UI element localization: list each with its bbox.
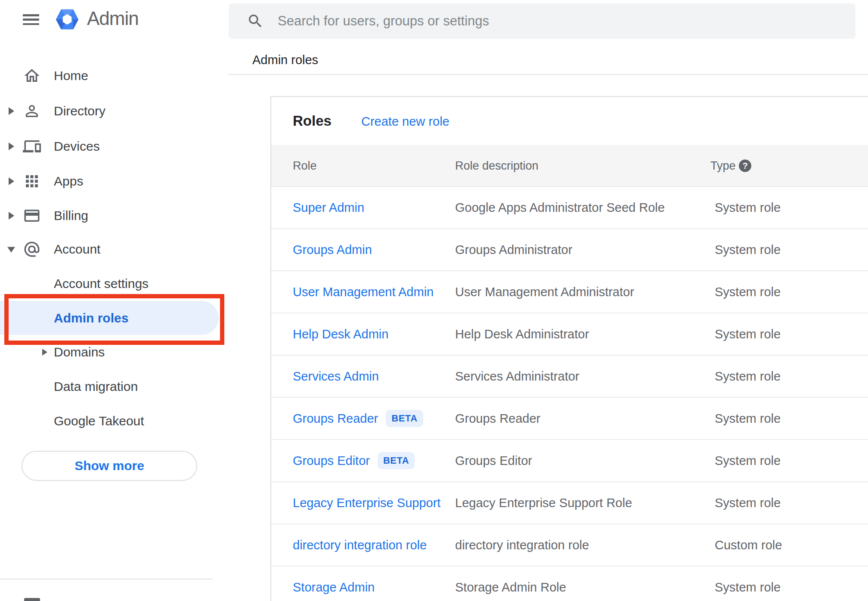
roles-section-title: Roles [293,113,332,129]
role-type: System role [715,285,781,299]
sidebar-item-data-migration[interactable]: Data migration [0,375,229,399]
header-divider [228,74,868,75]
sidebar-item-devices[interactable]: Devices [0,134,229,158]
sidebar-item-label: Directory [54,104,105,118]
role-description: Groups Reader [455,412,540,426]
admin-logo-icon [55,7,79,31]
role-type: Custom role [715,538,782,552]
table-row: Groups Reader BETA Groups Reader System … [271,398,868,440]
role-link[interactable]: Groups Admin [293,243,372,257]
role-description: Help Desk Administrator [455,327,589,341]
sidebar-item-label: Account settings [54,276,149,291]
beta-badge: BETA [378,452,415,469]
role-description: Google Apps Administrator Seed Role [455,201,665,215]
search-icon [247,12,264,30]
role-link[interactable]: Storage Admin [293,580,375,595]
role-type: System role [715,496,781,510]
sidebar-item-domains[interactable]: Domains [0,340,229,364]
apps-grid-icon [23,172,41,190]
help-icon[interactable]: ? [739,160,751,172]
column-header-description: Role description [455,159,539,173]
search-input[interactable]: Search for users, groups or settings [229,3,856,39]
table-row: directory integration role directory int… [271,524,868,567]
roles-card: Roles Create new role Role Role descript… [270,96,868,601]
partial-sidebar-icon [24,598,40,601]
column-header-role: Role [293,159,317,173]
create-new-role-link[interactable]: Create new role [361,115,450,129]
chevron-right-icon[interactable] [9,177,14,185]
role-type: System role [715,369,781,384]
search-placeholder: Search for users, groups or settings [278,13,489,29]
column-header-type: Type [710,159,736,173]
role-description: Groups Editor [455,454,532,468]
table-row: Groups Editor BETA Groups Editor System … [271,440,868,482]
role-type: System role [715,201,781,215]
chevron-right-icon[interactable] [42,349,47,356]
show-more-label: Show more [74,458,144,473]
chevron-right-icon[interactable] [9,143,14,150]
table-header-row: Role Role description Type ? [271,145,868,187]
role-link[interactable]: Help Desk Admin [293,327,388,341]
sidebar-item-account[interactable]: Account [0,237,229,261]
devices-icon [23,137,41,155]
role-type: System role [715,580,781,595]
role-link[interactable]: Services Admin [293,369,379,384]
app-title: Admin [87,8,139,29]
table-row: Help Desk Admin Help Desk Administrator … [271,313,868,356]
table-row: Groups Admin Groups Administrator System… [271,229,868,271]
role-description: Legacy Enterprise Support Role [455,496,632,510]
sidebar-item-apps[interactable]: Apps [0,169,229,193]
role-type: System role [715,454,781,468]
sidebar-item-label: Home [54,68,88,83]
admin-console-screen: Admin Search for users, groups or settin… [0,0,868,601]
chevron-down-icon[interactable] [7,247,15,253]
role-description: Groups Administrator [455,243,572,257]
sidebar-item-label: Devices [54,139,100,154]
show-more-button[interactable]: Show more [22,451,197,481]
home-icon [23,67,41,85]
role-description: User Management Administrator [455,285,634,299]
sidebar-item-label: Data migration [54,379,138,394]
sidebar-item-label: Account [54,242,100,257]
role-link[interactable]: directory integration role [293,538,427,552]
table-row: User Management Admin User Management Ad… [271,271,868,313]
table-row: Super Admin Google Apps Administrator Se… [271,187,868,229]
sidebar-item-home[interactable]: Home [0,64,229,88]
menu-icon[interactable] [23,14,39,25]
table-row: Legacy Enterprise Support Legacy Enterpr… [271,482,868,524]
sidebar-item-label: Domains [54,345,105,359]
at-sign-icon [23,240,41,258]
role-description: directory integration role [455,538,589,552]
person-icon [23,102,41,120]
sidebar-item-label: Apps [54,174,83,189]
annotation-box [4,294,224,345]
role-link[interactable]: Legacy Enterprise Support [293,496,440,510]
sidebar-divider [0,579,213,579]
role-type: System role [715,412,781,426]
role-link[interactable]: User Management Admin [293,285,434,299]
role-type: System role [715,327,781,341]
role-link[interactable]: Super Admin [293,201,364,215]
sidebar-item-directory[interactable]: Directory [0,99,229,123]
breadcrumb: Admin roles [252,53,318,67]
role-description: Services Administrator [455,369,580,384]
table-row: Services Admin Services Administrator Sy… [271,356,868,398]
role-link[interactable]: Groups Reader [293,412,378,426]
sidebar-item-billing[interactable]: Billing [0,204,229,228]
role-link[interactable]: Groups Editor [293,454,370,468]
sidebar-item-google-takeout[interactable]: Google Takeout [0,409,229,433]
credit-card-icon [23,207,41,225]
role-type: System role [715,243,781,257]
table-row: Storage Admin Storage Admin Role System … [271,567,868,601]
sidebar-item-account-settings[interactable]: Account settings [0,272,229,296]
sidebar-item-label: Billing [54,208,88,223]
role-description: Storage Admin Role [455,580,566,595]
sidebar-item-label: Google Takeout [54,414,144,428]
chevron-right-icon[interactable] [9,212,14,220]
beta-badge: BETA [386,410,423,427]
chevron-right-icon[interactable] [9,107,14,115]
